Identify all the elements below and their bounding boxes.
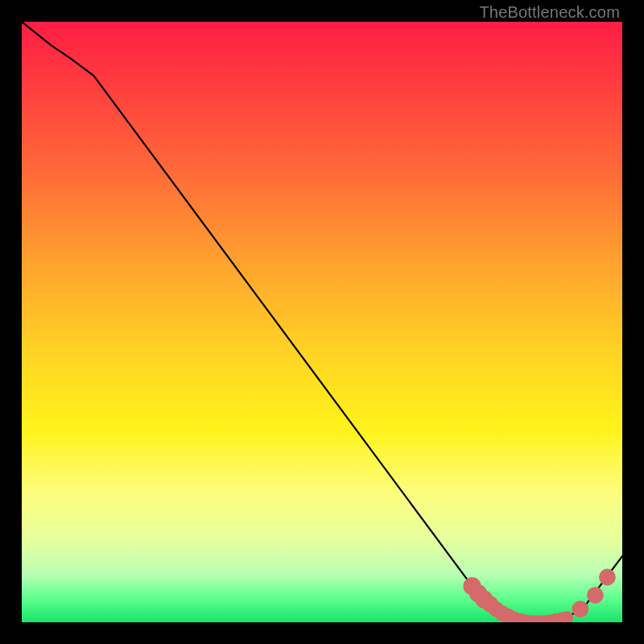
chart-stage: TheBottleneck.com bbox=[0, 0, 644, 644]
attribution-label: TheBottleneck.com bbox=[479, 3, 620, 22]
highlight-dot bbox=[599, 569, 616, 586]
highlight-dot bbox=[572, 601, 588, 617]
highlight-dot bbox=[587, 587, 604, 604]
plot-area bbox=[22, 22, 622, 622]
highlight-dots bbox=[463, 569, 615, 622]
curve-svg bbox=[22, 22, 622, 622]
bottleneck-curve bbox=[22, 22, 622, 622]
